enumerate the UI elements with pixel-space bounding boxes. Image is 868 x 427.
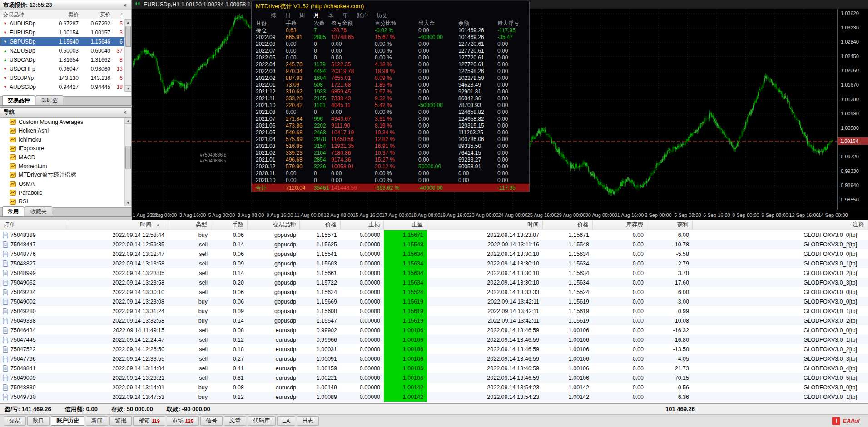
scroll-up-icon[interactable]: ▲ (125, 118, 131, 124)
bottom-tab-信号[interactable]: 信号 (200, 416, 223, 426)
history-column-11[interactable]: 获利 (647, 220, 693, 230)
scrollbar-thumb[interactable] (125, 146, 131, 169)
market-watch-scrollbar[interactable]: ▲ ▼ (124, 19, 131, 92)
history-row[interactable]: 750483892022.09.14 12:58:44buy0.06gbpusd… (0, 230, 868, 240)
market-watch-row[interactable]: ▲NZDUSDp 0.60003 0.60040 37 (0, 46, 131, 55)
history-column-6[interactable]: 止损 (341, 220, 384, 230)
navigator-tab[interactable]: 常用 (2, 206, 24, 216)
navigator-item[interactable]: Heiken Ashi (0, 127, 131, 136)
stats-tab-综[interactable]: 综 (271, 12, 277, 20)
navigator-item[interactable]: MTDriver盈亏统计指标 (0, 171, 131, 180)
market-watch-tab[interactable]: 交易品种 (2, 95, 35, 105)
history-row[interactable]: 750487762022.09.14 13:12:47sell0.06gbpus… (0, 249, 868, 259)
market-watch-row[interactable]: ▼AUDSGDp 0.94427 0.94445 18 (0, 83, 131, 92)
history-row[interactable]: 750484472022.09.14 12:59:35sell0.14gbpus… (0, 240, 868, 249)
navigator-item[interactable]: MACD (0, 153, 131, 162)
history-column-3[interactable]: 手数 (211, 220, 248, 230)
history-column-8[interactable]: 时间 (427, 220, 543, 230)
bottom-tab-EA[interactable]: EA (277, 416, 296, 426)
bottom-tab-账户历史[interactable]: 账户历史 (51, 416, 84, 426)
history-cell: 1.00091 (300, 354, 341, 363)
market-watch-row[interactable]: ▼GBPUSDp 1.15640 1.15646 6 (0, 37, 131, 46)
history-row[interactable]: 750492802022.09.14 13:31:24buy0.09gbpusd… (0, 306, 868, 316)
history-column-1[interactable]: 时间▲ (68, 220, 168, 230)
history-row[interactable]: 750490092022.09.14 13:23:21sell0.61eurus… (0, 373, 868, 383)
bottom-tab-日志[interactable]: 日志 (297, 416, 319, 426)
navigator-item[interactable]: Parabolic (0, 188, 131, 197)
market-watch-row[interactable]: ▼AUDUSDp 0.67287 0.67292 5 (0, 19, 131, 28)
stats-tab-周[interactable]: 周 (299, 12, 305, 20)
history-row[interactable]: 750497302022.09.14 13:47:53buy0.12eurusd… (0, 392, 868, 402)
scroll-up-icon[interactable]: ▲ (125, 19, 131, 25)
history-column-0[interactable]: 订单 (0, 220, 68, 230)
column-ask[interactable]: 买价 (79, 11, 110, 18)
time-axis[interactable]: 1 Aug 20222 Aug 08:003 Aug 16:005 Aug 00… (132, 210, 868, 220)
history-row[interactable]: 750474452022.09.14 12:24:47sell0.12eurus… (0, 335, 868, 344)
order-doc-icon (3, 232, 8, 238)
history-row[interactable]: 750488302022.09.14 13:14:01buy0.08eurusd… (0, 383, 868, 392)
history-cell: 1.15634 (384, 249, 427, 259)
column-bid[interactable]: 卖价 (46, 11, 79, 18)
bottom-tab-警报[interactable]: 警报 (109, 416, 132, 426)
stats-tab-季[interactable]: 季 (328, 12, 334, 20)
market-watch-row[interactable]: ▼EURUSDp 1.00154 1.00157 3 (0, 28, 131, 37)
navigator-item[interactable]: Ichimoku (0, 135, 131, 144)
history-column-2[interactable]: 类型 (168, 220, 211, 230)
bottom-tab-代码库[interactable]: 代码库 (248, 416, 276, 426)
market-watch-row[interactable]: ▼USDJPYp 143.130 143.136 6 (0, 74, 131, 83)
history-row[interactable]: 750490622022.09.14 13:23:58sell0.20gbpus… (0, 278, 868, 287)
bottom-tab-市场[interactable]: 市场125 (167, 416, 199, 426)
history-row[interactable]: 750493382022.09.14 13:32:58buy0.14gbpusd… (0, 316, 868, 325)
bottom-tab-交易[interactable]: 交易 (4, 416, 26, 426)
bottom-tab-敞口[interactable]: 敞口 (27, 416, 50, 426)
history-row[interactable]: 750492342022.09.14 13:30:10sell0.06gbpus… (0, 287, 868, 297)
market-watch-row[interactable]: ▼USDCHFp 0.96047 0.96060 13 (0, 64, 131, 74)
history-column-5[interactable]: 价格 (300, 220, 341, 230)
navigator-item[interactable]: Custom Moving Averages (0, 118, 131, 127)
navigator-item[interactable]: iExposure (0, 144, 131, 153)
stats-tab-账户[interactable]: 账户 (357, 12, 368, 20)
history-column-9[interactable]: 价格 (543, 220, 593, 230)
scroll-down-icon[interactable]: ▼ (125, 85, 131, 92)
history-row[interactable]: 750464342022.09.14 11:49:15sell0.08eurus… (0, 325, 868, 335)
price-axis[interactable]: 1.036201.032301.028401.024501.020601.016… (837, 9, 868, 210)
history-cell: 2022.09.14 13:47:53 (68, 392, 168, 402)
stats-tab-历史[interactable]: 历史 (377, 12, 388, 20)
market-watch-tab[interactable]: 即时图 (36, 95, 63, 105)
history-cell: 2022.09.14 13:23:58 (68, 278, 168, 287)
stats-tab-年[interactable]: 年 (342, 12, 348, 20)
history-column-10[interactable]: 库存费 (593, 220, 647, 230)
history-cell: -0.56 (647, 383, 693, 392)
column-spread[interactable]: ! (110, 12, 124, 17)
navigator-item[interactable]: Momentum (0, 162, 131, 171)
close-icon[interactable]: × (121, 109, 129, 116)
history-row[interactable]: 750488412022.09.14 13:14:04sell0.41eurus… (0, 363, 868, 373)
scroll-down-icon[interactable]: ▼ (125, 200, 131, 206)
history-row[interactable]: 750490022022.09.14 13:23:08buy0.06gbpusd… (0, 297, 868, 306)
history-row[interactable]: 750488272022.09.14 13:13:58sell0.09gbpus… (0, 259, 868, 268)
close-icon[interactable]: × (121, 2, 129, 9)
history-cell: 0.00 (593, 335, 647, 344)
navigator-item[interactable]: OsMA (0, 180, 131, 189)
navigator-tab[interactable]: 收藏夹 (25, 206, 52, 216)
column-symbol[interactable]: 交易品种 (0, 11, 46, 18)
bottom-tab-新闻[interactable]: 新闻 (86, 416, 108, 426)
order-id: 75049338 (0, 316, 68, 325)
navigator-scrollbar[interactable]: ▲ ▼ (124, 118, 131, 206)
navigator-item[interactable]: RSI (0, 197, 131, 206)
bottom-tab-邮箱[interactable]: 邮箱119 (133, 416, 165, 426)
navigator-item-label: Momentum (19, 163, 47, 169)
history-column-12[interactable]: 注释 (693, 220, 868, 230)
history-row[interactable]: 750475222022.09.14 12:26:50sell0.18eurus… (0, 344, 868, 354)
history-row[interactable]: 750477962022.09.14 12:33:55sell0.27eurus… (0, 354, 868, 363)
stats-tab-月[interactable]: 月 (314, 12, 320, 20)
history-cell: eurusdp (248, 383, 300, 392)
bottom-tab-文章[interactable]: 文章 (224, 416, 246, 426)
market-watch-row[interactable]: ▲USDCADp 1.31654 1.31662 8 (0, 55, 131, 64)
history-row[interactable]: 750489992022.09.14 13:23:05sell0.14gbpus… (0, 268, 868, 278)
scrollbar-thumb[interactable] (125, 26, 131, 47)
stats-tab-日[interactable]: 日 (285, 12, 291, 20)
history-cell: 0.09 (211, 259, 248, 268)
history-column-4[interactable]: 交易品种 (248, 220, 300, 230)
history-column-7[interactable]: 止盈 (384, 220, 427, 230)
